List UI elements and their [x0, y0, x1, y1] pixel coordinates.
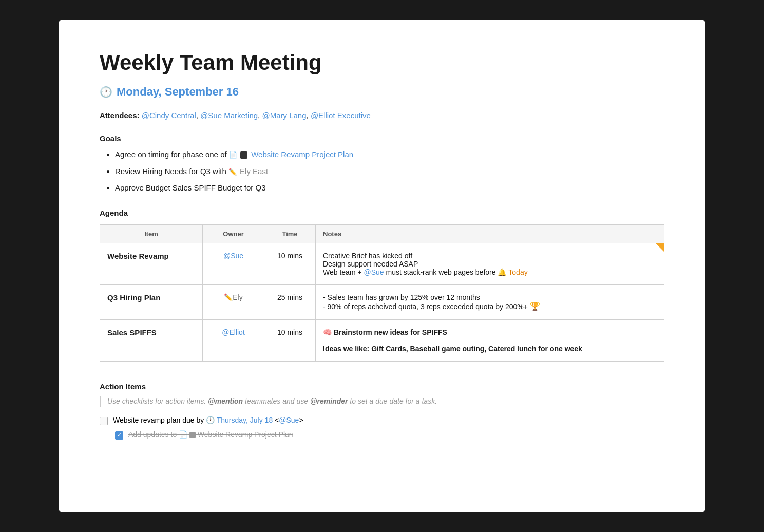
table-row: Website Revamp @Sue 10 mins Creative Bri… [100, 243, 664, 284]
calendar-icon-2: 🕐 [206, 416, 215, 424]
agenda-table: Item Owner Time Notes Website Revamp @Su… [100, 224, 664, 362]
brain-icon: 🧠 [323, 328, 332, 336]
checkbox-checked-1[interactable]: ✓ [115, 431, 123, 440]
checkbox-unchecked-1[interactable] [100, 417, 108, 425]
date-link-1[interactable]: Thursday, July 18 [217, 416, 273, 424]
col-owner: Owner [203, 224, 264, 243]
goal-item-3: Approve Budget Sales SPIFF Budget for Q3 [115, 182, 664, 194]
row3-time: 10 mins [264, 319, 316, 361]
row2-owner: ✏️Ely [203, 284, 264, 319]
table-row: Sales SPIFFS @Elliot 10 mins 🧠 Brainstor… [100, 319, 664, 361]
attendee-2: @Sue Marketing [200, 111, 258, 120]
page-title: Weekly Team Meeting [100, 50, 664, 75]
ely-name: Ely East [240, 167, 268, 176]
website-revamp-link[interactable]: Website Revamp Project Plan [251, 150, 353, 159]
date-line: 🕐 Monday, September 16 [100, 85, 664, 99]
doc-icon-1: 📄 [229, 150, 237, 160]
row2-time: 25 mins [264, 284, 316, 319]
action-items-section: Action Items Use checklists for action i… [100, 382, 664, 440]
row2-notes: - Sales team has grown by 125% over 12 m… [316, 284, 664, 319]
row1-notes: Creative Brief has kicked off Design sup… [316, 243, 664, 284]
row2-item: Q3 Hiring Plan [100, 284, 203, 319]
col-notes: Notes [316, 224, 664, 243]
attendees-line: Attendees: @Cindy Central, @Sue Marketin… [100, 111, 664, 120]
attendee-1: @Cindy Central [142, 111, 196, 120]
goal-item-1: Agree on timing for phase one of 📄 Websi… [115, 149, 664, 161]
action-hint: Use checklists for action items. @mentio… [100, 396, 664, 407]
trophy-icon: 🏆 [530, 302, 540, 311]
corner-marker [656, 243, 664, 252]
agenda-heading: Agenda [100, 208, 664, 217]
row3-item: Sales SPIFFS [100, 319, 203, 361]
goals-list: Agree on timing for phase one of 📄 Websi… [100, 149, 664, 194]
page-container: Weekly Team Meeting 🕐 Monday, September … [59, 20, 705, 512]
today-badge: Today [508, 268, 527, 276]
attendee-3: @Mary Lang [262, 111, 306, 120]
ely-doc-icon: ✏️ [228, 167, 237, 177]
col-item: Item [100, 224, 203, 243]
date-text: Monday, September 16 [117, 85, 239, 99]
doc-icon-strikethrough: 📄 [179, 430, 187, 439]
row1-item: Website Revamp [100, 243, 203, 284]
monitor-icon [240, 151, 247, 159]
row3-owner: @Elliot [203, 319, 264, 361]
col-time: Time [264, 224, 316, 243]
row1-owner: @Sue [203, 243, 264, 284]
checklist-item-2: ✓ Add updates to 📄 Website Revamp Projec… [115, 430, 664, 440]
row1-time: 10 mins [264, 243, 316, 284]
attendees-label: Attendees: [100, 111, 140, 120]
checklist-item-1: Website revamp plan due by 🕐 Thursday, J… [100, 416, 664, 425]
goals-heading: Goals [100, 134, 664, 143]
table-row: Q3 Hiring Plan ✏️Ely 25 mins - Sales tea… [100, 284, 664, 319]
calendar-icon: 🕐 [100, 86, 112, 98]
goal-item-2: Review Hiring Needs for Q3 with ✏️ Ely E… [115, 166, 664, 178]
attendee-4: @Elliot Executive [311, 111, 371, 120]
row3-notes: 🧠 Brainstorm new ideas for SPIFFS Ideas … [316, 319, 664, 361]
monitor-icon-2 [189, 432, 196, 438]
action-items-heading: Action Items [100, 382, 664, 391]
